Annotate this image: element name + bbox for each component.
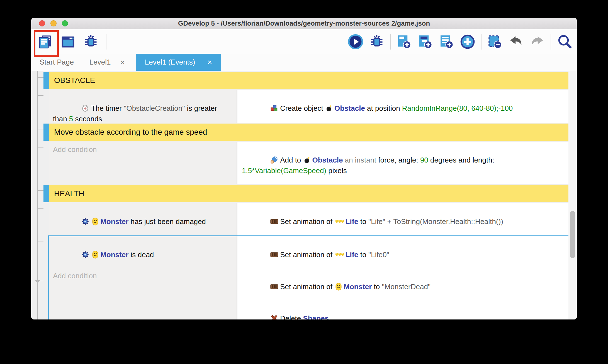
close-tab-icon[interactable]: × bbox=[120, 58, 125, 67]
minimize-window-button[interactable] bbox=[50, 20, 57, 26]
group-title: HEALTH bbox=[54, 189, 84, 198]
events-list: OBSTACLE The timer "ObstacleCreation" is… bbox=[49, 72, 568, 319]
vertical-scrollbar[interactable] bbox=[568, 71, 577, 319]
events-sheet: OBSTACLE The timer "ObstacleCreation" is… bbox=[31, 71, 577, 319]
text-segment: Set animation of bbox=[280, 250, 334, 259]
action-instruction[interactable]: Set animation of ♥♥♥Life to "Life0" bbox=[242, 239, 564, 271]
condition-instruction[interactable]: The timer "ObstacleCreation" is greater … bbox=[53, 92, 233, 123]
toolbar-right-group bbox=[348, 33, 572, 51]
action-instruction[interactable]: Set animation of ♥♥♥Life to "Life" + ToS… bbox=[242, 206, 564, 235]
zoom-window-button[interactable] bbox=[62, 20, 68, 26]
text-segment: Create object bbox=[280, 104, 325, 112]
conditions-cell: Monster has just been damaged Add condit… bbox=[49, 203, 237, 235]
event-row[interactable]: The timer "ObstacleCreation" is greater … bbox=[49, 90, 568, 123]
object-name: Monster bbox=[100, 250, 128, 259]
toolbar-separator bbox=[551, 34, 551, 50]
add-event-icon[interactable] bbox=[396, 34, 412, 50]
expression-text: "Life" + ToString(Monster.Health::Health… bbox=[368, 217, 503, 226]
tab-level1-scene[interactable]: Level1 × bbox=[89, 54, 125, 71]
toolbar-separator bbox=[481, 34, 481, 50]
text-segment: seconds bbox=[73, 115, 102, 123]
behavior-gear-icon bbox=[81, 217, 89, 226]
expression-text: 1.5*Variable(GameSpeed) bbox=[242, 166, 326, 175]
param-text: an instant bbox=[343, 156, 378, 164]
add-comment-icon[interactable] bbox=[439, 34, 454, 50]
action-instruction[interactable]: Set animation of Monster to "MonsterDead… bbox=[242, 271, 564, 302]
add-subevent-icon[interactable] bbox=[417, 34, 433, 50]
window-title: GDevelop 5 - /Users/florian/Downloads/ge… bbox=[31, 18, 577, 29]
text-segment: at position bbox=[365, 104, 402, 112]
expression-text: RandomInRange(80, 640-80);-100 bbox=[402, 104, 513, 112]
object-name: Obstacle bbox=[334, 104, 365, 112]
scene-editor-icon[interactable] bbox=[60, 34, 76, 50]
event-row-selected[interactable]: Monster is dead Add condition Set animat… bbox=[49, 236, 568, 319]
life-object-icon: ♥♥♥ bbox=[335, 252, 344, 257]
condition-instruction[interactable]: Monster has just been damaged bbox=[53, 206, 233, 235]
action-instruction[interactable]: Delete Shapes bbox=[242, 302, 564, 319]
traffic-lights bbox=[39, 20, 68, 26]
redo-icon[interactable] bbox=[529, 34, 545, 50]
actions-cell: Add to Obstacle an instant force, angle:… bbox=[237, 142, 568, 184]
bomb-object-icon bbox=[326, 104, 333, 112]
expression-text: 90 bbox=[420, 156, 428, 164]
gdevelop-window: GDevelop 5 - /Users/florian/Downloads/ge… bbox=[31, 18, 577, 319]
text-segment: to bbox=[358, 217, 368, 226]
timer-icon bbox=[81, 104, 89, 112]
search-events-icon[interactable] bbox=[557, 34, 572, 50]
title-bar: GDevelop 5 - /Users/florian/Downloads/ge… bbox=[31, 18, 577, 29]
add-condition-button[interactable]: Add condition bbox=[53, 144, 233, 155]
events-editor-highlight bbox=[37, 34, 53, 50]
behavior-gear-icon bbox=[81, 250, 89, 259]
event-side-bar bbox=[43, 124, 49, 141]
close-tab-icon[interactable]: × bbox=[208, 58, 212, 67]
undo-icon[interactable] bbox=[508, 34, 524, 50]
add-condition-button[interactable]: Add condition bbox=[53, 270, 233, 281]
object-name: Life bbox=[346, 217, 358, 226]
tab-level1-events[interactable]: Level1 (Events) × bbox=[136, 54, 221, 71]
text-segment: to bbox=[372, 282, 382, 291]
toolbar-left-group bbox=[37, 33, 106, 50]
actions-cell: Set animation of ♥♥♥Life to "Life0" Set … bbox=[237, 236, 568, 319]
expression-text: "Life0" bbox=[368, 250, 389, 259]
text-segment: The timer bbox=[91, 104, 124, 112]
action-instruction[interactable]: Create object Obstacle at position Rando… bbox=[242, 92, 564, 123]
preview-debugger-icon[interactable] bbox=[369, 34, 385, 50]
close-window-button[interactable] bbox=[39, 20, 45, 26]
add-force-icon bbox=[270, 156, 278, 164]
debugger-icon[interactable] bbox=[83, 34, 99, 50]
text-segment: to bbox=[358, 250, 368, 259]
text-segment: is dead bbox=[128, 250, 154, 259]
animation-icon bbox=[270, 250, 278, 259]
scrollbar-thumb[interactable] bbox=[570, 211, 575, 258]
editor-tabs: Start Page Level1 × Level1 (Events) × bbox=[31, 54, 577, 71]
monster-object-icon bbox=[92, 251, 99, 259]
add-more-events-icon[interactable] bbox=[460, 34, 475, 50]
text-segment: force, angle: bbox=[378, 156, 420, 164]
animation-icon bbox=[270, 282, 278, 291]
event-row[interactable]: Monster has just been damaged Add condit… bbox=[49, 203, 568, 235]
text-segment: Set animation of bbox=[280, 282, 334, 291]
toolbar-separator bbox=[106, 34, 106, 50]
action-instruction[interactable]: Add to Obstacle an instant force, angle:… bbox=[242, 144, 564, 184]
text-segment: Set animation of bbox=[280, 217, 334, 226]
main-toolbar bbox=[31, 29, 577, 54]
condition-instruction[interactable]: Monster is dead bbox=[53, 239, 233, 270]
event-side-bar bbox=[43, 72, 49, 89]
group-title: Move obstacle according to the game spee… bbox=[54, 128, 207, 137]
life-object-icon: ♥♥♥ bbox=[335, 219, 344, 224]
insert-position-arrow-icon bbox=[35, 280, 40, 283]
object-name: Life bbox=[346, 250, 358, 259]
monster-object-icon bbox=[335, 283, 342, 291]
group-header-move-obstacle[interactable]: Move obstacle according to the game spee… bbox=[49, 124, 568, 141]
event-row[interactable]: Add condition Add to Obstacle an instant… bbox=[49, 142, 568, 184]
group-title: OBSTACLE bbox=[54, 76, 95, 85]
toolbar-separator bbox=[390, 34, 391, 50]
text-segment: pixels bbox=[326, 166, 347, 175]
launch-preview-icon[interactable] bbox=[348, 34, 363, 50]
delete-selection-icon[interactable] bbox=[487, 34, 503, 50]
event-side-bar bbox=[43, 185, 49, 202]
object-name: Shapes bbox=[303, 314, 329, 319]
group-header-health[interactable]: HEALTH bbox=[49, 185, 568, 202]
actions-cell: Create object Obstacle at position Rando… bbox=[237, 90, 568, 123]
group-header-obstacle[interactable]: OBSTACLE bbox=[49, 72, 568, 89]
